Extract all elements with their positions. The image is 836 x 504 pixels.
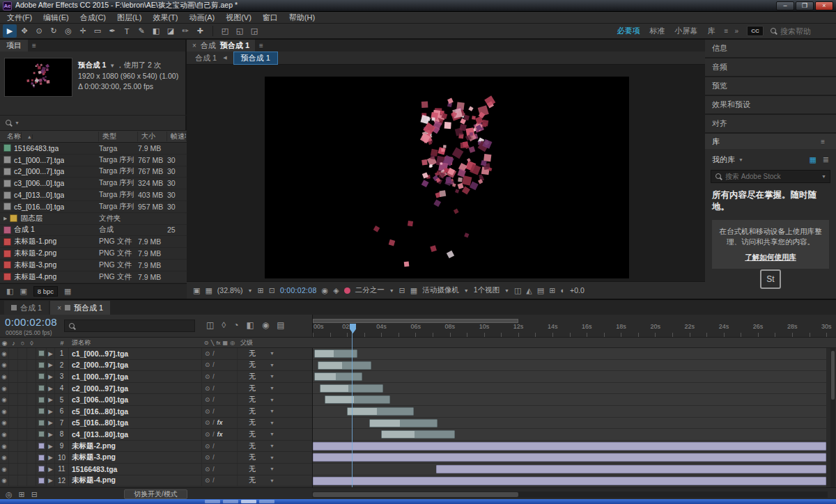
collapse-switch-icon[interactable]: ⊙ — [205, 419, 210, 426]
magnification-icon[interactable]: ▦ — [205, 286, 212, 295]
solo-cell[interactable] — [18, 429, 27, 440]
layer-name[interactable]: c5_[016...80].tga — [69, 418, 201, 427]
quality-switch-icon[interactable]: / — [212, 373, 214, 380]
panel-header[interactable]: 音频 — [705, 58, 836, 76]
toggle-switches-button[interactable]: 切换开关/模式 — [124, 489, 187, 499]
twirl-icon[interactable]: ▶ — [47, 348, 55, 359]
composition-panel-tab[interactable]: × 合成 预合成 1 — [187, 40, 255, 52]
layer-name[interactable]: c5_[016...80].tga — [69, 407, 201, 416]
project-row[interactable]: 未标题-4.pngPNG 文件7.9 MB — [0, 271, 187, 283]
eye-icon[interactable]: ◉ — [0, 441, 9, 452]
timeline-lane[interactable] — [313, 406, 836, 418]
source-name-column-label[interactable]: 源名称 — [69, 338, 201, 347]
layer-row[interactable]: ◉▶12未标题-4.png⊙/无▼ — [0, 475, 312, 487]
pen-tool[interactable]: ✒ — [105, 24, 119, 38]
panel-header[interactable]: 预览 — [705, 77, 836, 95]
twirl-icon[interactable]: ▶ — [47, 360, 55, 371]
type-tool[interactable]: T — [120, 24, 134, 38]
twirl-icon[interactable]: ▶ — [47, 464, 55, 475]
audio-column-icon[interactable]: ♪ — [9, 340, 18, 347]
lock-cell[interactable] — [27, 452, 36, 463]
solo-cell[interactable] — [18, 418, 27, 429]
layer-switches[interactable]: ⊙/fx — [201, 429, 238, 440]
collapse-switch-icon[interactable]: ⊙ — [205, 385, 210, 392]
timeline-tab[interactable]: ×预合成 1 — [50, 301, 110, 315]
project-row[interactable]: 合成 1合成25 — [0, 225, 187, 237]
lock-cell[interactable] — [27, 383, 36, 394]
selection-tool[interactable]: ▶ — [3, 24, 17, 38]
dropdown-icon[interactable]: ▼ — [270, 420, 274, 425]
layer-row[interactable]: ◉▶5c3_[006...00].tga⊙/无▼ — [0, 394, 312, 406]
collapse-switch-icon[interactable]: ⊙ — [205, 431, 210, 438]
layer-switches[interactable]: ⊙/ — [201, 348, 238, 359]
taskbar-item[interactable] — [241, 500, 256, 503]
parent-dropdown[interactable]: 无▼ — [238, 406, 312, 417]
layer-duration-bar[interactable] — [381, 430, 455, 439]
flowchart-icon[interactable]: ⊞ — [549, 286, 555, 295]
label-cell[interactable] — [36, 394, 47, 405]
zoom-level[interactable]: (32.8%) — [217, 286, 243, 294]
dropdown-icon[interactable]: ▼ — [270, 363, 274, 368]
timeline-button-icon[interactable]: ▤ — [537, 286, 544, 295]
layer-row[interactable]: ◉▶2c2_[000...97].tga⊙/无▼ — [0, 360, 312, 372]
layer-duration-bar[interactable] — [313, 442, 826, 450]
menubar-item[interactable]: 效果(T) — [147, 13, 183, 23]
timeline-lane[interactable] — [313, 383, 836, 395]
lock-cell[interactable] — [27, 464, 36, 475]
layer-name[interactable]: c2_[000...97].tga — [69, 384, 201, 393]
horizontal-scroll-thumb[interactable] — [313, 492, 518, 497]
eye-icon[interactable]: ◉ — [0, 394, 9, 405]
eye-column-icon[interactable]: ◉ — [0, 340, 9, 347]
twirl-icon[interactable]: ▶ — [47, 406, 55, 417]
project-row[interactable]: 15166483.tgaTarga7.9 MB — [0, 143, 187, 155]
menubar-item[interactable]: 窗口 — [257, 13, 284, 23]
layer-name[interactable]: 未标题-3.png — [69, 452, 201, 462]
timeline-lane[interactable] — [313, 429, 836, 441]
menubar-item[interactable]: 图层(L) — [111, 13, 147, 23]
fx-badge[interactable]: fx — [217, 431, 223, 438]
timeline-lane[interactable] — [313, 475, 836, 487]
taskbar-item[interactable] — [223, 500, 238, 503]
lock-cell[interactable] — [27, 348, 36, 359]
timeline-lane[interactable] — [313, 464, 836, 475]
eye-icon[interactable]: ◉ — [0, 360, 9, 371]
project-row[interactable]: c5_[016...0].tgaTarga 序列957 MB30 — [0, 201, 187, 213]
panel-menu-icon[interactable]: ≡ — [28, 42, 40, 49]
parent-dropdown[interactable]: 无▼ — [238, 452, 312, 463]
layer-switches[interactable]: ⊙/fx — [201, 418, 238, 429]
quality-switch-icon[interactable]: / — [212, 443, 214, 450]
current-timecode[interactable]: 0:00:02:08 — [5, 316, 57, 328]
timeline-tab[interactable]: 合成 1 — [4, 301, 49, 315]
audio-cell[interactable] — [9, 464, 18, 475]
layer-duration-bar[interactable] — [313, 477, 826, 485]
audio-cell[interactable] — [9, 394, 18, 405]
audio-cell[interactable] — [9, 383, 18, 394]
lock-cell[interactable] — [27, 441, 36, 452]
timeline-lane[interactable] — [313, 418, 836, 430]
twirl-icon[interactable]: ▶ — [47, 441, 55, 452]
fast-preview-icon[interactable]: ◭ — [526, 286, 532, 295]
minimize-button[interactable]: – — [776, 1, 794, 10]
layer-name[interactable]: 未标题-2.png — [69, 441, 201, 451]
workspace-overflow-icon[interactable]: » — [732, 27, 741, 35]
zoom-dropdown-icon[interactable]: ▼ — [248, 288, 253, 293]
hand-tool[interactable]: ✥ — [17, 24, 31, 38]
label-cell[interactable] — [36, 383, 47, 394]
vertical-scroll-thumb[interactable] — [831, 351, 835, 400]
layer-duration-bar[interactable] — [313, 453, 826, 462]
lock-cell[interactable] — [27, 418, 36, 429]
library-panel-header[interactable]: 库 ≡ — [705, 134, 836, 149]
dropdown-icon[interactable]: ▼ — [270, 443, 274, 448]
tab-project[interactable]: 项目 — [0, 40, 28, 52]
solo-cell[interactable] — [18, 464, 27, 475]
collapse-switch-icon[interactable]: ⊙ — [205, 361, 210, 368]
audio-cell[interactable] — [9, 418, 18, 429]
twirl-icon[interactable]: ▶ — [47, 475, 55, 487]
parent-dropdown[interactable]: 无▼ — [238, 464, 312, 475]
transparency-grid-icon[interactable]: ▦ — [410, 286, 417, 295]
collapse-switch-icon[interactable]: ⊙ — [205, 373, 210, 380]
lock-cell[interactable] — [27, 371, 36, 382]
rotation-tool[interactable]: ↻ — [47, 24, 61, 38]
show-channel-icon[interactable] — [344, 288, 350, 294]
eye-icon[interactable]: ◉ — [0, 429, 9, 440]
